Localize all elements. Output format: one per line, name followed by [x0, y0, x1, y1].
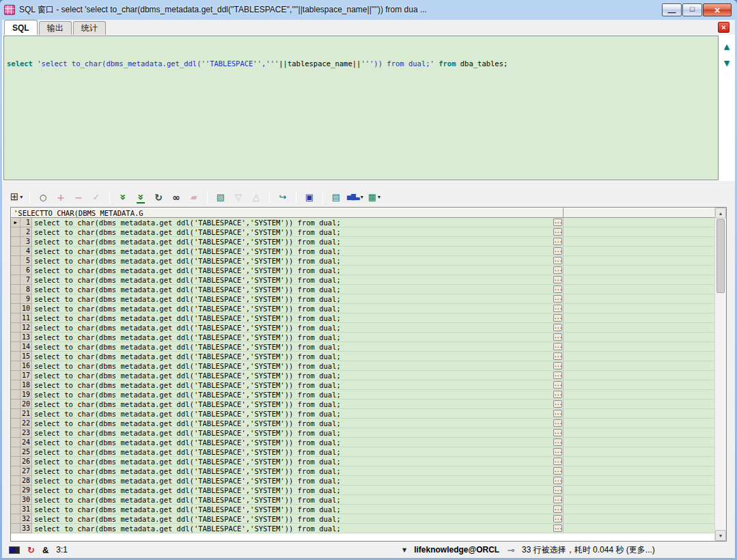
cell-expand-button[interactable]: ... — [553, 372, 562, 379]
result-cell[interactable]: select to_char(dbms_metadata.get_ddl('TA… — [32, 313, 553, 323]
table-row[interactable]: 17select to_char(dbms_metadata.get_ddl('… — [11, 371, 726, 380]
row-number-cell[interactable]: 16 — [20, 361, 32, 371]
cell-expand-button[interactable]: ... — [553, 238, 562, 245]
splitter[interactable] — [2, 181, 735, 187]
table-row[interactable]: 3select to_char(dbms_metadata.get_ddl('T… — [11, 237, 726, 247]
table-row[interactable]: 19select to_char(dbms_metadata.get_ddl('… — [11, 390, 726, 400]
table-row[interactable]: 20select to_char(dbms_metadata.get_ddl('… — [11, 400, 726, 409]
row-number-cell[interactable]: 1 — [20, 218, 32, 227]
result-cell[interactable]: select to_char(dbms_metadata.get_ddl('TA… — [32, 361, 553, 371]
copy-results-button[interactable]: ▧ — [212, 189, 229, 205]
result-cell[interactable]: select to_char(dbms_metadata.get_ddl('TA… — [32, 428, 553, 438]
table-row[interactable]: 12select to_char(dbms_metadata.get_ddl('… — [11, 323, 726, 333]
cell-expand-button[interactable]: ... — [553, 276, 562, 283]
result-cell[interactable]: select to_char(dbms_metadata.get_ddl('TA… — [32, 438, 553, 447]
fetch-next-page-button[interactable]: » — [115, 189, 131, 205]
result-cell[interactable]: select to_char(dbms_metadata.get_ddl('TA… — [32, 524, 553, 533]
result-cell[interactable]: select to_char(dbms_metadata.get_ddl('TA… — [32, 390, 553, 400]
report-button[interactable]: ▦▾ — [366, 189, 383, 205]
result-cell[interactable]: select to_char(dbms_metadata.get_ddl('TA… — [32, 505, 553, 514]
row-number-cell[interactable]: 31 — [20, 505, 32, 514]
tab-statistics[interactable]: 统计 — [73, 21, 106, 35]
auto-refresh-icon[interactable]: ↻ — [27, 545, 35, 555]
row-number-cell[interactable]: 29 — [20, 486, 32, 495]
result-cell[interactable]: select to_char(dbms_metadata.get_ddl('TA… — [32, 227, 553, 237]
cell-expand-button[interactable]: ... — [553, 391, 562, 398]
connection-label[interactable]: lifeknowledge@ORCL — [414, 545, 499, 555]
row-number-cell[interactable]: 30 — [20, 495, 32, 505]
result-cell[interactable]: select to_char(dbms_metadata.get_ddl('TA… — [32, 218, 553, 227]
result-cell[interactable]: select to_char(dbms_metadata.get_ddl('TA… — [32, 419, 553, 428]
table-row[interactable]: 11select to_char(dbms_metadata.get_ddl('… — [11, 313, 726, 323]
result-cell[interactable]: select to_char(dbms_metadata.get_ddl('TA… — [32, 514, 553, 524]
table-row[interactable]: 33select to_char(dbms_metadata.get_ddl('… — [11, 524, 726, 533]
table-row[interactable]: 26select to_char(dbms_metadata.get_ddl('… — [11, 457, 726, 466]
column-header[interactable]: 'SELECTTO_CHAR(DBMS_METADATA.G — [11, 208, 564, 218]
cell-expand-button[interactable]: ... — [553, 305, 562, 312]
tab-sql[interactable]: SQL — [4, 20, 38, 35]
row-number-cell[interactable]: 17 — [20, 371, 32, 380]
cell-expand-button[interactable]: ... — [553, 400, 562, 408]
row-number-cell[interactable]: 22 — [20, 419, 32, 428]
result-cell[interactable]: select to_char(dbms_metadata.get_ddl('TA… — [32, 333, 553, 342]
row-number-cell[interactable]: 15 — [20, 352, 32, 361]
row-number-cell[interactable]: 24 — [20, 438, 32, 447]
cell-expand-button[interactable]: ... — [553, 496, 562, 503]
row-number-cell[interactable]: 18 — [20, 380, 32, 390]
result-cell[interactable]: select to_char(dbms_metadata.get_ddl('TA… — [32, 400, 553, 409]
result-cell[interactable]: select to_char(dbms_metadata.get_ddl('TA… — [32, 237, 553, 247]
ring-button[interactable]: ○ — [35, 189, 51, 205]
print-button[interactable]: ▤ — [328, 189, 344, 205]
table-row[interactable]: 6select to_char(dbms_metadata.get_ddl('T… — [11, 266, 726, 275]
row-number-cell[interactable]: 27 — [20, 466, 32, 476]
result-cell[interactable]: select to_char(dbms_metadata.get_ddl('TA… — [32, 495, 553, 505]
cell-expand-button[interactable]: ... — [553, 257, 562, 264]
row-number-cell[interactable]: 2 — [20, 227, 32, 237]
table-row[interactable]: 7select to_char(dbms_metadata.get_ddl('T… — [11, 275, 726, 285]
grid-options-button[interactable]: ⊞▾ — [8, 189, 25, 205]
close-tab-button[interactable]: × — [718, 22, 729, 33]
row-number-cell[interactable]: 28 — [20, 476, 32, 486]
table-row[interactable]: 14select to_char(dbms_metadata.get_ddl('… — [11, 342, 726, 352]
row-number-cell[interactable]: 10 — [20, 304, 32, 313]
cell-expand-button[interactable]: ... — [553, 515, 562, 522]
cell-expand-button[interactable]: ... — [553, 524, 562, 532]
row-number-cell[interactable]: 4 — [20, 247, 32, 256]
refresh-button[interactable]: ↻ — [150, 189, 167, 205]
cell-expand-button[interactable]: ... — [553, 362, 562, 369]
save-button[interactable]: ▣ — [301, 189, 318, 205]
cell-expand-button[interactable]: ... — [553, 477, 562, 484]
close-button[interactable]: × — [703, 3, 732, 16]
cell-expand-button[interactable]: ... — [553, 285, 562, 293]
connection-dropdown-icon[interactable]: ▼ — [402, 547, 406, 553]
cell-expand-button[interactable]: ... — [553, 266, 562, 274]
result-cell[interactable]: select to_char(dbms_metadata.get_ddl('TA… — [32, 486, 553, 495]
row-number-cell[interactable]: 6 — [20, 266, 32, 275]
dropdown-arrow-icon[interactable]: ▾ — [378, 194, 380, 200]
scrollbar-thumb[interactable] — [717, 219, 725, 293]
table-row[interactable]: 25select to_char(dbms_metadata.get_ddl('… — [11, 447, 726, 457]
cell-expand-button[interactable]: ... — [553, 314, 562, 322]
row-number-cell[interactable]: 19 — [20, 390, 32, 400]
find-button[interactable]: ∞ — [168, 189, 184, 205]
row-number-cell[interactable]: 8 — [20, 285, 32, 294]
cell-expand-button[interactable]: ... — [553, 333, 562, 341]
result-cell[interactable]: select to_char(dbms_metadata.get_ddl('TA… — [32, 256, 553, 266]
table-row[interactable]: 9select to_char(dbms_metadata.get_ddl('T… — [11, 294, 726, 304]
cell-expand-button[interactable]: ... — [553, 448, 562, 456]
row-number-cell[interactable]: 25 — [20, 447, 32, 457]
tab-output[interactable]: 输出 — [39, 21, 72, 35]
cell-expand-button[interactable]: ... — [553, 247, 562, 255]
result-cell[interactable]: select to_char(dbms_metadata.get_ddl('TA… — [32, 352, 553, 361]
minimize-button[interactable]: — — [662, 3, 682, 16]
row-number-cell[interactable]: 13 — [20, 333, 32, 342]
previous-statement-arrow-icon[interactable]: ▲ — [722, 42, 732, 51]
result-cell[interactable]: select to_char(dbms_metadata.get_ddl('TA… — [32, 409, 553, 419]
table-row[interactable]: 10select to_char(dbms_metadata.get_ddl('… — [11, 304, 726, 313]
row-number-cell[interactable]: 20 — [20, 400, 32, 409]
result-cell[interactable]: select to_char(dbms_metadata.get_ddl('TA… — [32, 342, 553, 352]
dropdown-arrow-icon[interactable]: ▾ — [20, 194, 23, 200]
next-statement-arrow-icon[interactable]: ▼ — [722, 58, 732, 68]
cell-expand-button[interactable]: ... — [553, 343, 562, 350]
result-cell[interactable]: select to_char(dbms_metadata.get_ddl('TA… — [32, 447, 553, 457]
